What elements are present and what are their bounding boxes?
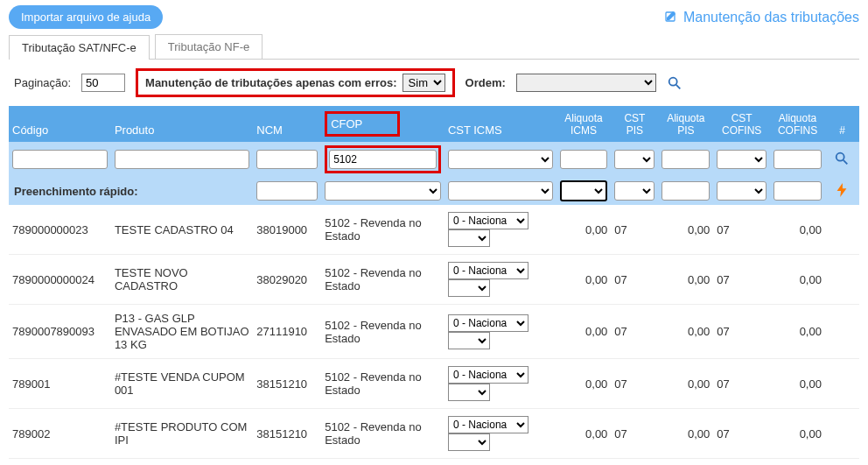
filter-search-icon[interactable] bbox=[834, 151, 850, 166]
filter-ncm[interactable] bbox=[256, 150, 318, 169]
cell-produto: BUCHA DE REDUCAO bbox=[111, 459, 253, 466]
order-label: Ordem: bbox=[466, 76, 506, 89]
cell-produto: TESTE CADASTRO 04 bbox=[111, 205, 253, 255]
quick-ncm[interactable] bbox=[256, 181, 318, 201]
cell-ncm: 38029020 bbox=[253, 255, 321, 305]
cell-cstpis: 07 bbox=[611, 359, 658, 409]
quick-csticms[interactable] bbox=[448, 181, 553, 201]
cell-produto: #TESTE VENDA CUPOM 001 bbox=[111, 359, 253, 409]
cell-aliqpis: 0,00 bbox=[658, 255, 713, 305]
col-cstcofins[interactable]: CST COFINS bbox=[713, 106, 770, 142]
table-row: 789000000023 TESTE CADASTRO 04 38019000 … bbox=[9, 205, 859, 255]
cell-aliqicms: 0,00 bbox=[556, 359, 612, 409]
cell-aliqcofins: 0,00 bbox=[770, 205, 825, 255]
quick-cstpis[interactable] bbox=[614, 181, 654, 201]
row-csticms-extra-select[interactable] bbox=[448, 229, 490, 247]
svg-line-2 bbox=[676, 84, 681, 88]
row-csticms-extra-select[interactable] bbox=[448, 433, 490, 451]
quick-cstcofins[interactable] bbox=[717, 181, 766, 201]
cell-cfop: 5102 - Revenda no Estado bbox=[321, 409, 444, 459]
edit-icon bbox=[664, 11, 678, 25]
quick-aliqpis[interactable] bbox=[662, 181, 710, 201]
cell-cfop: 5102 - Revenda no Estado bbox=[321, 359, 444, 409]
tab-sat-nfce[interactable]: Tributação SAT/NFC-e bbox=[9, 35, 150, 60]
filter-cstpis[interactable] bbox=[614, 150, 654, 169]
svg-point-1 bbox=[669, 77, 677, 85]
cell-aliqpis: 0,00 bbox=[658, 305, 713, 359]
cell-cfop: 5102 - Revenda no Estado bbox=[321, 255, 444, 305]
row-csticms-select[interactable]: 0 - Naciona bbox=[448, 366, 528, 384]
cell-codigo: 789000000023 bbox=[9, 205, 111, 255]
cell-csticms: 0 - Naciona bbox=[444, 305, 556, 359]
col-cfop[interactable]: CFOP bbox=[321, 106, 444, 142]
col-produto[interactable]: Produto bbox=[111, 106, 253, 142]
cell-cstpis: 07 bbox=[611, 409, 658, 459]
col-codigo[interactable]: Código bbox=[9, 106, 111, 142]
cell-aliqcofins: 0,00 bbox=[770, 409, 825, 459]
col-aliqicms[interactable]: Aliquota ICMS bbox=[556, 106, 612, 142]
cell-aliqicms: 0,00 bbox=[556, 409, 612, 459]
filter-aliqicms[interactable] bbox=[560, 150, 608, 169]
cell-csticms: 0 - Naciona bbox=[444, 409, 556, 459]
table-row: BUCHA DE REDUCAO bbox=[9, 459, 859, 466]
row-csticms-select[interactable]: 0 - Naciona bbox=[448, 212, 528, 229]
lightning-icon[interactable] bbox=[834, 182, 850, 198]
quick-cfop[interactable] bbox=[325, 181, 441, 201]
col-ncm[interactable]: NCM bbox=[253, 106, 321, 142]
errors-only-select[interactable]: Sim bbox=[402, 74, 445, 92]
import-help-button[interactable]: Importar arquivo de ajuda bbox=[9, 5, 163, 29]
quick-aliqcofins[interactable] bbox=[774, 181, 822, 201]
cell-produto: #TESTE PRODUTO COM IPI bbox=[111, 409, 253, 459]
tributacao-table: Código Produto NCM CFOP CST ICMS Aliquot… bbox=[9, 106, 859, 465]
maintenance-link-label: Manutenção das tributações bbox=[683, 10, 859, 25]
row-csticms-extra-select[interactable] bbox=[448, 332, 490, 349]
pagination-input[interactable] bbox=[81, 74, 125, 92]
filter-codigo[interactable] bbox=[12, 150, 108, 169]
cell-ncm: 38019000 bbox=[253, 205, 321, 255]
cell-cstcofins: 07 bbox=[713, 305, 770, 359]
table-row: 7890007890093 P13 - GAS GLP ENVASADO EM … bbox=[9, 305, 859, 359]
cell-produto: P13 - GAS GLP ENVASADO EM BOTIJAO 13 KG bbox=[111, 305, 253, 359]
filter-cstcofins[interactable] bbox=[717, 150, 766, 169]
svg-point-3 bbox=[836, 152, 844, 160]
quick-aliqicms[interactable] bbox=[560, 180, 608, 201]
cell-produto: TESTE NOVO CADASTRO bbox=[111, 255, 253, 305]
pagination-label: Paginação: bbox=[14, 76, 71, 89]
cell-aliqpis: 0,00 bbox=[658, 359, 713, 409]
col-cstpis[interactable]: CST PIS bbox=[611, 106, 658, 142]
cell-cfop: 5102 - Revenda no Estado bbox=[321, 205, 444, 255]
cell-aliqpis: 0,00 bbox=[658, 409, 713, 459]
cell-csticms: 0 - Naciona bbox=[444, 205, 556, 255]
errors-only-label: Manutenção de tributações apenas com err… bbox=[145, 76, 397, 89]
col-aliqpis[interactable]: Aliquota PIS bbox=[658, 106, 713, 142]
cell-ncm: 38151210 bbox=[253, 409, 321, 459]
filter-produto[interactable] bbox=[115, 150, 249, 169]
header-row: Código Produto NCM CFOP CST ICMS Aliquot… bbox=[9, 106, 859, 142]
tab-nfe[interactable]: Tributação NF-e bbox=[155, 34, 262, 59]
col-csticms[interactable]: CST ICMS bbox=[444, 106, 556, 142]
cell-aliqpis: 0,00 bbox=[658, 205, 713, 255]
cell-aliqcofins: 0,00 bbox=[770, 255, 825, 305]
search-icon[interactable] bbox=[667, 75, 682, 91]
row-csticms-extra-select[interactable] bbox=[448, 279, 490, 297]
cell-aliqicms: 0,00 bbox=[556, 255, 612, 305]
filter-row bbox=[9, 142, 859, 177]
filter-aliqcofins[interactable] bbox=[774, 150, 822, 169]
cell-cstcofins: 07 bbox=[713, 409, 770, 459]
row-csticms-select[interactable]: 0 - Naciona bbox=[448, 314, 528, 332]
row-csticms-select[interactable]: 0 - Naciona bbox=[448, 262, 528, 279]
cell-aliqcofins: 0,00 bbox=[770, 305, 825, 359]
filter-cfop[interactable] bbox=[329, 150, 437, 169]
cell-codigo: 7890007890093 bbox=[9, 305, 111, 359]
table-row: 789001 #TESTE VENDA CUPOM 001 38151210 5… bbox=[9, 359, 859, 409]
row-csticms-extra-select[interactable] bbox=[448, 384, 490, 401]
order-select[interactable] bbox=[516, 74, 656, 92]
row-csticms-select[interactable]: 0 - Naciona bbox=[448, 416, 528, 433]
cell-aliqicms: 0,00 bbox=[556, 205, 612, 255]
col-aliqcofins[interactable]: Aliquota COFINS bbox=[770, 106, 825, 142]
maintenance-link[interactable]: Manutenção das tributações bbox=[664, 10, 859, 25]
filter-aliqpis[interactable] bbox=[662, 150, 710, 169]
cell-codigo: 7890000000024 bbox=[9, 255, 111, 305]
cell-cstpis: 07 bbox=[611, 305, 658, 359]
filter-csticms[interactable] bbox=[448, 150, 553, 169]
